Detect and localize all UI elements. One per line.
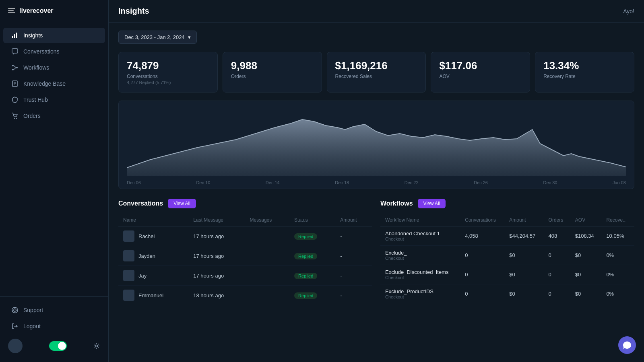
table-row[interactable]: Jayden 17 hours ago Replied - xyxy=(118,246,372,266)
chart-svg xyxy=(127,107,626,176)
stat-label-recovered-sales: Recovered Sales xyxy=(335,74,418,79)
bottom-section: Conversations View All Name Last Message… xyxy=(118,199,634,305)
wf-conversations: 4,058 xyxy=(460,226,504,246)
sidebar-item-conversations[interactable]: Conversations xyxy=(3,44,105,59)
wf-amount: $0 xyxy=(504,284,543,304)
svg-point-4 xyxy=(12,65,14,66)
wf-aov: $0 xyxy=(570,284,602,304)
chart-label-dec22: Dec 22 xyxy=(405,180,419,185)
workflows-section-header: Workflows View All xyxy=(380,199,634,208)
wf-aov: $108.34 xyxy=(570,226,602,246)
wf-orders: 0 xyxy=(544,284,570,304)
conv-status: Replied xyxy=(289,266,335,286)
svg-line-7 xyxy=(14,66,16,68)
conv-name-cell: Emmanuel xyxy=(118,286,188,305)
svg-point-6 xyxy=(12,69,14,70)
col-header-last-message: Last Message xyxy=(188,214,245,226)
chat-icon xyxy=(11,48,19,55)
status-badge: Replied xyxy=(294,233,317,240)
shield-icon xyxy=(11,96,19,103)
table-row[interactable]: Exclude_ Checkout 0 $0 0 $0 0% xyxy=(380,246,634,265)
wf-name-cell: Exclude_Discounted_Items Checkout xyxy=(380,265,460,284)
sidebar-label-knowledge-base: Knowledge Base xyxy=(23,80,66,87)
sidebar-item-insights[interactable]: Insights xyxy=(3,28,105,43)
branch-icon xyxy=(11,64,19,71)
wf-col-header-conversations: Conversations xyxy=(460,214,504,226)
stat-card-aov: $117.06 AOV xyxy=(431,52,530,93)
logo-icon xyxy=(8,8,15,13)
conv-status: Replied xyxy=(289,286,335,305)
sidebar: liverecover Insights Conversations xyxy=(0,0,109,362)
wf-name: Exclude_ xyxy=(385,250,455,256)
chat-fab-button[interactable] xyxy=(618,336,636,354)
conv-last-message: 17 hours ago xyxy=(188,266,245,286)
conv-messages xyxy=(245,286,290,305)
svg-point-5 xyxy=(16,67,18,68)
wf-amount: $44,204.57 xyxy=(504,226,543,246)
col-header-name: Name xyxy=(118,214,188,226)
sidebar-item-orders[interactable]: Orders xyxy=(3,108,105,123)
date-range-picker[interactable]: Dec 3, 2023 - Jan 2, 2024 ▾ xyxy=(118,31,197,44)
sidebar-bottom: Support Logout xyxy=(0,296,108,362)
sidebar-item-workflows[interactable]: Workflows xyxy=(3,60,105,75)
svg-line-8 xyxy=(14,68,16,70)
stat-label-recovery-rate: Recovery Rate xyxy=(543,74,626,79)
wf-name-cell: Abandoned Checkout 1 Checkout xyxy=(380,226,460,246)
table-row[interactable]: Jay 17 hours ago Replied - xyxy=(118,266,372,286)
col-header-messages: Messages xyxy=(245,214,290,226)
workflows-view-all-button[interactable]: View All xyxy=(418,199,446,208)
wf-aov: $0 xyxy=(570,265,602,284)
conversations-view-all-button[interactable]: View All xyxy=(168,199,196,208)
wf-orders: 0 xyxy=(544,246,570,265)
table-row[interactable]: Emmanuel 18 hours ago Replied - xyxy=(118,286,372,305)
wf-type: Checkout xyxy=(385,275,455,280)
table-row[interactable]: Abandoned Checkout 1 Checkout 4,058 $44,… xyxy=(380,226,634,246)
wf-conversations: 0 xyxy=(460,246,504,265)
sidebar-label-insights: Insights xyxy=(23,32,43,39)
settings-icon[interactable] xyxy=(93,342,100,350)
main-scroll-area: Dec 3, 2023 - Jan 2, 2024 ▾ 74,879 Conve… xyxy=(109,23,644,362)
sidebar-label-support: Support xyxy=(23,307,43,313)
sidebar-item-knowledge-base[interactable]: Knowledge Base xyxy=(3,76,105,91)
sidebar-item-logout[interactable]: Logout xyxy=(3,319,105,334)
workflows-table: Workflow Name Conversations Amount Order… xyxy=(380,214,634,303)
stat-value-aov: $117.06 xyxy=(439,60,522,72)
svg-rect-0 xyxy=(12,36,13,38)
conv-last-message: 17 hours ago xyxy=(188,246,245,266)
chart-x-labels: Dec 06 Dec 10 Dec 14 Dec 18 Dec 22 Dec 2… xyxy=(127,177,626,188)
avatar xyxy=(8,339,23,353)
area-chart: Dec 06 Dec 10 Dec 14 Dec 18 Dec 22 Dec 2… xyxy=(118,101,634,189)
conversations-section-header: Conversations View All xyxy=(118,199,372,208)
table-row[interactable]: Exclude_ProductIDS Checkout 0 $0 0 $0 0% xyxy=(380,284,634,304)
bar-chart-icon xyxy=(11,32,19,39)
sidebar-nav: Insights Conversations xyxy=(0,22,108,296)
wf-col-header-aov: AOV xyxy=(570,214,602,226)
sidebar-item-trust-hub[interactable]: Trust Hub xyxy=(3,92,105,107)
stat-card-recovery-rate: 13.34% Recovery Rate xyxy=(535,52,634,93)
wf-recovery: 0% xyxy=(601,265,634,284)
svg-point-22 xyxy=(96,345,98,347)
logo-area: liverecover xyxy=(0,0,108,22)
chart-label-dec30: Dec 30 xyxy=(543,180,557,185)
theme-toggle[interactable] xyxy=(49,341,67,351)
sidebar-item-support[interactable]: Support xyxy=(3,302,105,318)
wf-conversations: 0 xyxy=(460,284,504,304)
wf-recovery: 0% xyxy=(601,284,634,304)
stat-value-orders: 9,988 xyxy=(231,60,314,72)
table-row[interactable]: Rachel 17 hours ago Replied - xyxy=(118,226,372,246)
table-row[interactable]: Exclude_Discounted_Items Checkout 0 $0 0… xyxy=(380,265,634,284)
stat-card-recovered-sales: $1,169,216 Recovered Sales xyxy=(327,52,426,93)
sidebar-label-logout: Logout xyxy=(23,323,41,329)
wf-type: Checkout xyxy=(385,256,455,261)
svg-rect-3 xyxy=(12,49,18,53)
wf-name-cell: Exclude_ Checkout xyxy=(380,246,460,265)
wf-orders: 0 xyxy=(544,265,570,284)
stat-value-recovered-sales: $1,169,216 xyxy=(335,60,418,72)
wf-name-cell: Exclude_ProductIDS Checkout xyxy=(380,284,460,304)
conv-name-cell: Jay xyxy=(118,266,188,286)
avatar xyxy=(123,270,134,281)
conv-name-cell: Jayden xyxy=(118,246,188,266)
conv-amount: - xyxy=(335,226,372,246)
sidebar-label-workflows: Workflows xyxy=(23,64,49,71)
wf-col-header-name: Workflow Name xyxy=(380,214,460,226)
